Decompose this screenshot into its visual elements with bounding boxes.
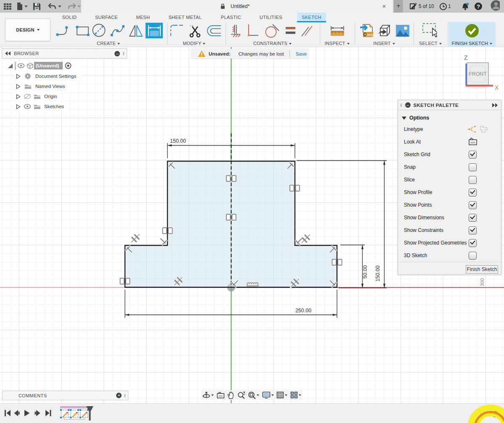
browser-row-label[interactable]: Named Views: [35, 84, 65, 89]
new-tab-button[interactable]: +: [394, 0, 403, 13]
palette-section-options[interactable]: Options: [398, 112, 501, 124]
expand-open-icon[interactable]: [8, 63, 13, 69]
timeline-play-button[interactable]: [24, 410, 30, 417]
browser-row-sketches[interactable]: Sketches: [14, 102, 69, 111]
viewports-tool[interactable]: [290, 391, 301, 399]
notification-bell-icon[interactable]: [461, 2, 470, 11]
browser-minimize-icon[interactable]: –: [114, 51, 120, 56]
timeline-go-to-end-button[interactable]: [45, 410, 52, 417]
redo-caret[interactable]: [77, 5, 81, 8]
job-status-icon[interactable]: [409, 2, 418, 11]
look-at-tool[interactable]: [217, 392, 225, 399]
fillet-tool-icon[interactable]: [169, 23, 184, 38]
slice-checkbox[interactable]: [469, 176, 477, 184]
measure-tool-icon[interactable]: [330, 23, 345, 38]
app-grid-icon[interactable]: [3, 2, 12, 11]
sketch-palette-header[interactable]: ‖ – SKETCH PALETTE: [398, 100, 501, 110]
inspect-group-label[interactable]: INSPECT: [318, 41, 355, 46]
horizontal-vertical-constraint-icon[interactable]: [245, 23, 260, 38]
equal-constraint-icon[interactable]: [283, 23, 298, 38]
browser-row-label[interactable]: Document Settings: [35, 74, 76, 79]
dim-top-width[interactable]: 150.00: [170, 138, 186, 144]
undo-icon[interactable]: [48, 2, 57, 11]
display-settings-tool[interactable]: [262, 391, 274, 399]
insert-image-icon[interactable]: [395, 23, 410, 38]
eye-hidden-icon[interactable]: [24, 93, 31, 99]
timeline-sketch-feature[interactable]: [61, 410, 69, 418]
browser-row-label[interactable]: (Unsaved): [34, 62, 63, 69]
tab-utilities[interactable]: UTILITIES: [256, 13, 286, 22]
mirror-tool-icon[interactable]: [128, 23, 143, 38]
clock-icon[interactable]: [438, 2, 448, 11]
palette-grip[interactable]: ‖: [400, 103, 403, 108]
timeline-step-forward-button[interactable]: [34, 410, 41, 417]
tab-close-button[interactable]: ×: [380, 3, 388, 10]
fix-constraint-icon[interactable]: [228, 23, 244, 38]
save-icon[interactable]: [32, 2, 41, 11]
zoom-tool[interactable]: [237, 391, 245, 399]
browser-row-document-settings[interactable]: Document Settings: [14, 72, 82, 81]
redo-icon[interactable]: [67, 2, 77, 11]
collapse-left-icon[interactable]: [5, 51, 11, 56]
insert-svg-icon[interactable]: SVG: [359, 23, 374, 38]
file-menu-icon[interactable]: [15, 2, 24, 11]
timeline-position-marker[interactable]: [86, 406, 94, 421]
browser-row-label[interactable]: Sketches: [44, 104, 64, 109]
palette-minimize-icon[interactable]: –: [405, 102, 411, 108]
tab-solid[interactable]: SOLID: [58, 13, 80, 22]
comments-panel-header[interactable]: COMMENTS + ‖: [2, 391, 128, 400]
view-cube[interactable]: FRONT Z X: [460, 51, 504, 94]
show-dimensions-checkbox[interactable]: [469, 214, 477, 222]
file-menu-caret[interactable]: [24, 5, 28, 8]
expand-closed-icon[interactable]: [16, 84, 21, 89]
workspace-selector[interactable]: DESIGN: [5, 19, 50, 41]
timeline-step-back-button[interactable]: [13, 410, 20, 417]
centerline-linetype-icon[interactable]: [479, 125, 488, 133]
clock-count[interactable]: 1: [448, 3, 451, 9]
comments-grip[interactable]: ‖: [124, 393, 126, 398]
sketch-grid-checkbox[interactable]: [469, 151, 477, 159]
warning-save-link[interactable]: Save: [296, 51, 307, 56]
finish-sketch-palette-button[interactable]: Finish Sketch: [466, 265, 498, 274]
view-cube-face-label[interactable]: FRONT: [469, 71, 487, 77]
eye-visible-icon[interactable]: [24, 104, 31, 109]
tab-sheet-metal[interactable]: SHEET METAL: [166, 13, 204, 22]
undo-caret[interactable]: [58, 5, 61, 8]
insert-group-label[interactable]: INSERT: [366, 41, 403, 46]
show-projected-geometries-checkbox[interactable]: [469, 239, 477, 247]
browser-row-named-views[interactable]: Named Views: [14, 82, 73, 91]
sketch-dimension-tool-icon[interactable]: [146, 23, 163, 38]
show-profile-checkbox[interactable]: [469, 189, 477, 197]
expand-closed-icon[interactable]: [16, 74, 21, 79]
show-constraints-checkbox[interactable]: [469, 226, 477, 234]
browser-row-origin[interactable]: Origin: [14, 92, 64, 101]
fit-tool[interactable]: [248, 391, 259, 399]
select-group-label[interactable]: SELECT: [412, 41, 449, 46]
spline-tool-icon[interactable]: [110, 23, 125, 38]
look-at-icon[interactable]: [468, 137, 477, 146]
pan-tool[interactable]: [227, 391, 234, 399]
select-tool-icon[interactable]: [422, 23, 437, 38]
browser-row-label[interactable]: Origin: [44, 94, 57, 99]
browser-grip[interactable]: ‖: [122, 51, 125, 56]
construction-linetype-icon[interactable]: [467, 125, 477, 133]
modify-group-label[interactable]: MODIFY: [172, 41, 216, 46]
tab-sketch[interactable]: SKETCH: [297, 13, 326, 22]
offset-tool-icon[interactable]: [206, 23, 221, 38]
avatar[interactable]: [491, 1, 500, 10]
tab-surface[interactable]: SURFACE: [92, 13, 121, 22]
eye-visible-icon[interactable]: [17, 63, 25, 68]
rectangle-tool-icon[interactable]: [75, 23, 90, 38]
show-points-checkbox[interactable]: [469, 201, 477, 209]
circle-tool-icon[interactable]: [91, 23, 106, 38]
constraints-group-label[interactable]: CONSTRAINTS: [246, 41, 299, 46]
line-tool-icon[interactable]: [56, 23, 71, 38]
timeline-go-to-start-button[interactable]: [4, 410, 11, 417]
collapse-right-icon[interactable]: [492, 103, 498, 107]
comments-add-icon[interactable]: +: [116, 393, 122, 398]
insert-block-icon[interactable]: [377, 23, 393, 38]
3d-sketch-checkbox[interactable]: [469, 252, 477, 260]
expand-closed-icon[interactable]: [16, 104, 21, 109]
browser-row-root[interactable]: (Unsaved): [6, 61, 81, 70]
help-icon[interactable]: ?: [474, 2, 483, 11]
